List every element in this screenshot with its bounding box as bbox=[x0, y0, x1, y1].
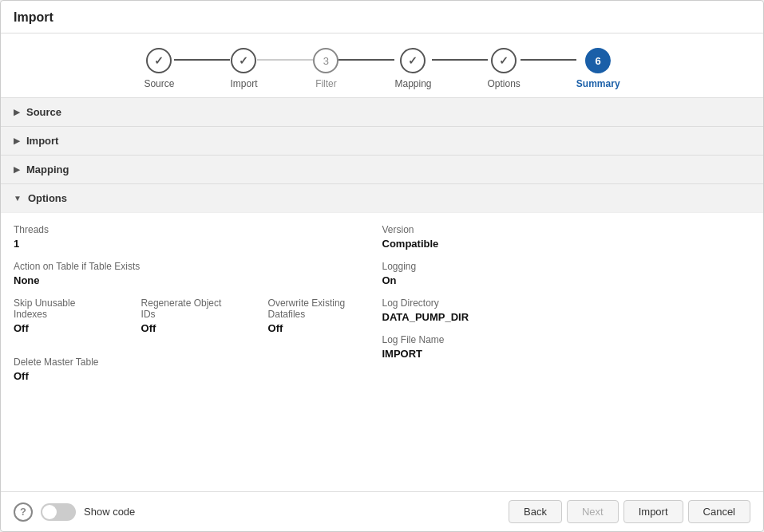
regenerate-value: Off bbox=[141, 322, 236, 334]
section-options-label: Options bbox=[28, 192, 67, 204]
step-mapping-circle bbox=[400, 48, 426, 73]
delete-label: Delete Master Table bbox=[14, 357, 382, 368]
log-file-label: Log File Name bbox=[382, 334, 751, 345]
overwrite-label: Overwrite Existing Datafiles bbox=[268, 298, 382, 320]
section-import-label: Import bbox=[26, 135, 58, 147]
next-button[interactable]: Next bbox=[567, 500, 619, 523]
connector-2-3 bbox=[257, 59, 313, 61]
options-left: Threads 1 Action on Table if Table Exist… bbox=[14, 224, 382, 393]
inline-fields-row1: Skip Unusable Indexes Off Regenerate Obj… bbox=[14, 298, 382, 345]
overwrite-value: Off bbox=[268, 322, 382, 334]
section-source-label: Source bbox=[26, 106, 61, 118]
log-file-value: IMPORT bbox=[382, 348, 751, 360]
step-mapping: Mapping bbox=[394, 48, 431, 89]
mapping-arrow-icon: ▶ bbox=[14, 165, 20, 174]
action-value: None bbox=[14, 274, 382, 286]
step-filter: 3 Filter bbox=[313, 48, 338, 89]
step-summary-label: Summary bbox=[576, 78, 620, 89]
dialog-body: Source Import 3 Filter bbox=[1, 33, 763, 491]
log-dir-field: Log Directory DATA_PUMP_DIR bbox=[382, 298, 751, 323]
skip-field: Skip Unusable Indexes Off bbox=[14, 298, 109, 334]
connector-3-4 bbox=[338, 59, 394, 61]
section-mapping-header[interactable]: ▶ Mapping bbox=[1, 155, 763, 183]
skip-label: Skip Unusable Indexes bbox=[14, 298, 109, 320]
step-options-circle bbox=[491, 48, 517, 73]
section-mapping-label: Mapping bbox=[26, 164, 69, 175]
overwrite-field: Overwrite Existing Datafiles Off bbox=[268, 298, 382, 334]
dialog-title: Import bbox=[1, 1, 763, 33]
section-source-header[interactable]: ▶ Source bbox=[1, 97, 763, 126]
step-options: Options bbox=[488, 48, 521, 89]
version-label: Version bbox=[382, 224, 751, 235]
step-filter-circle: 3 bbox=[313, 48, 338, 73]
threads-label: Threads bbox=[14, 224, 382, 235]
step-summary-number: 6 bbox=[596, 55, 601, 67]
step-mapping-check bbox=[408, 54, 418, 67]
source-arrow-icon: ▶ bbox=[14, 108, 20, 116]
step-import: Import bbox=[230, 48, 257, 89]
import-button[interactable]: Import bbox=[623, 500, 683, 523]
cancel-button[interactable]: Cancel bbox=[688, 500, 750, 523]
step-import-check bbox=[239, 54, 248, 67]
step-source-check bbox=[154, 54, 164, 67]
help-icon[interactable]: ? bbox=[14, 502, 33, 522]
step-source-circle bbox=[146, 48, 172, 73]
footer-left: ? Show code bbox=[14, 502, 135, 522]
delete-value: Off bbox=[14, 370, 382, 382]
threads-value: 1 bbox=[14, 238, 382, 250]
show-code-toggle[interactable] bbox=[41, 503, 76, 521]
connector-4-5 bbox=[432, 59, 488, 61]
step-options-check bbox=[499, 54, 509, 67]
step-options-label: Options bbox=[488, 78, 521, 89]
version-value: Compatible bbox=[382, 238, 751, 250]
import-dialog: Import Source Import bbox=[0, 0, 764, 532]
step-import-label: Import bbox=[230, 78, 257, 89]
log-dir-value: DATA_PUMP_DIR bbox=[382, 311, 751, 323]
options-grid: Threads 1 Action on Table if Table Exist… bbox=[14, 224, 750, 393]
step-source: Source bbox=[144, 48, 174, 89]
back-button[interactable]: Back bbox=[509, 500, 562, 523]
version-field: Version Compatible bbox=[382, 224, 751, 250]
threads-field: Threads 1 bbox=[14, 224, 382, 250]
connector-5-6 bbox=[521, 59, 576, 61]
step-summary: 6 Summary bbox=[576, 48, 620, 89]
options-arrow-icon: ▼ bbox=[14, 194, 22, 203]
step-filter-label: Filter bbox=[315, 78, 337, 89]
action-field: Action on Table if Table Exists None bbox=[14, 261, 382, 286]
step-source-label: Source bbox=[144, 78, 174, 89]
logging-value: On bbox=[382, 274, 751, 286]
section-options-header[interactable]: ▼ Options bbox=[1, 183, 763, 212]
delete-field: Delete Master Table Off bbox=[14, 357, 382, 382]
stepper: Source Import 3 Filter bbox=[1, 33, 763, 97]
dialog-footer: ? Show code Back Next Import Cancel bbox=[1, 491, 763, 531]
section-import-header[interactable]: ▶ Import bbox=[1, 126, 763, 155]
import-arrow-icon: ▶ bbox=[14, 136, 20, 145]
connector-1-2 bbox=[174, 59, 230, 61]
log-file-field: Log File Name IMPORT bbox=[382, 334, 751, 360]
step-filter-number: 3 bbox=[323, 55, 329, 67]
footer-right: Back Next Import Cancel bbox=[509, 500, 750, 523]
step-import-circle bbox=[231, 48, 256, 73]
options-right: Version Compatible Logging On Log Direct… bbox=[382, 224, 751, 393]
show-code-label: Show code bbox=[84, 506, 135, 518]
regenerate-label: Regenerate Object IDs bbox=[141, 298, 236, 320]
step-mapping-label: Mapping bbox=[394, 78, 431, 89]
logging-label: Logging bbox=[382, 261, 751, 272]
action-label: Action on Table if Table Exists bbox=[14, 261, 382, 272]
regenerate-field: Regenerate Object IDs Off bbox=[141, 298, 236, 334]
step-summary-circle: 6 bbox=[585, 48, 611, 73]
logging-field: Logging On bbox=[382, 261, 751, 286]
options-content: Threads 1 Action on Table if Table Exist… bbox=[1, 212, 763, 408]
skip-value: Off bbox=[14, 322, 109, 334]
log-dir-label: Log Directory bbox=[382, 298, 751, 309]
